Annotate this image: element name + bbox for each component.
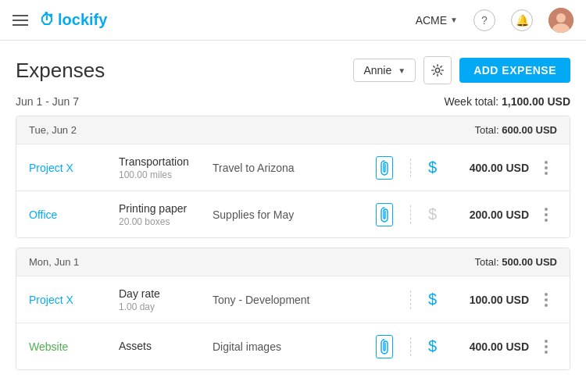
icons-cell: $ — [376, 290, 437, 309]
more-options-button[interactable] — [535, 340, 557, 354]
amount-cell: 400.00 USD — [443, 162, 529, 174]
attachment-icon[interactable] — [376, 335, 393, 358]
amount-cell: 100.00 USD — [443, 294, 529, 306]
week-total-value: 1,100.00 USD — [502, 95, 570, 108]
item-sub: 1.00 day — [119, 301, 213, 312]
more-options-button[interactable] — [535, 293, 557, 307]
hamburger-menu-icon[interactable] — [13, 15, 28, 26]
item-sub: 100.00 miles — [119, 169, 213, 180]
page-header: Expenses Annie ▼ ADD EXPENSE — [16, 56, 570, 84]
page-title: Expenses — [16, 59, 105, 83]
more-dots-icon — [545, 340, 548, 354]
group-total: Total: 600.00 USD — [474, 124, 557, 136]
billable-dollar-icon[interactable]: $ — [428, 159, 437, 176]
user-dropdown[interactable]: Annie ▼ — [353, 59, 416, 82]
settings-gear-button[interactable] — [423, 56, 452, 84]
non-billable-dollar-icon: $ — [428, 205, 437, 223]
user-dropdown-label: Annie — [363, 64, 391, 77]
project-link[interactable]: Office — [29, 208, 57, 221]
more-dots-icon — [545, 208, 548, 222]
project-link[interactable]: Project X — [29, 162, 73, 174]
icons-cell: $ — [376, 203, 437, 226]
table-row: Project X Day rate 1.00 day Tony - Devel… — [16, 276, 570, 323]
svg-point-1 — [556, 13, 566, 23]
item-name: Transportation — [119, 155, 213, 168]
project-link[interactable]: Website — [29, 340, 68, 353]
group-header: Tue, Jun 2 Total: 600.00 USD — [16, 116, 570, 144]
item-sub: 20.00 boxes — [119, 216, 213, 227]
description-cell: Supplies for May — [213, 208, 376, 221]
acme-selector[interactable]: ACME ▼ — [416, 14, 458, 27]
project-link[interactable]: Project X — [29, 294, 73, 306]
add-expense-button[interactable]: ADD EXPENSE — [459, 58, 570, 83]
table-row: Website Assets Digital images $ 400.00 U… — [16, 323, 570, 369]
more-options-button[interactable] — [535, 161, 557, 175]
help-icon[interactable]: ? — [473, 9, 495, 31]
group-date: Mon, Jun 1 — [29, 256, 79, 268]
project-cell: Project X — [29, 294, 119, 306]
logo-text: lockify — [58, 11, 107, 29]
description-cell: Digital images — [213, 340, 376, 353]
date-range: Jun 1 - Jun 7 — [16, 95, 79, 108]
project-cell: Office — [29, 208, 119, 221]
date-range-row: Jun 1 - Jun 7 Week total: 1,100.00 USD — [16, 95, 570, 108]
divider — [410, 159, 411, 177]
navbar-left: ⏱ lockify — [13, 11, 107, 29]
item-cell: Transportation 100.00 miles — [119, 155, 213, 180]
divider — [410, 290, 411, 309]
project-cell: Website — [29, 340, 119, 353]
icons-cell: $ — [376, 156, 437, 180]
group-total: Total: 500.00 USD — [474, 256, 557, 268]
attachment-icon[interactable] — [376, 156, 393, 180]
chevron-down-icon: ▼ — [450, 16, 458, 24]
icons-cell: $ — [376, 335, 437, 358]
page-header-right: Annie ▼ ADD EXPENSE — [353, 56, 570, 84]
item-cell: Assets — [119, 340, 213, 354]
more-dots-icon — [545, 161, 548, 175]
billable-dollar-icon[interactable]: $ — [428, 290, 437, 308]
logo: ⏱ lockify — [39, 11, 107, 29]
svg-point-3 — [435, 68, 439, 72]
notification-bell-icon[interactable]: 🔔 — [511, 9, 533, 31]
billable-dollar-icon[interactable]: $ — [428, 337, 437, 355]
amount-cell: 200.00 USD — [443, 208, 529, 221]
item-name: Printing paper — [119, 202, 213, 215]
table-row: Project X Transportation 100.00 miles Tr… — [16, 144, 570, 191]
amount-cell: 400.00 USD — [443, 340, 529, 353]
expenses-page: Expenses Annie ▼ ADD EXPENSE Jun 1 - Jun… — [0, 41, 586, 370]
navbar: ⏱ lockify ACME ▼ ? 🔔 — [0, 0, 586, 41]
attachment-icon[interactable] — [376, 203, 393, 226]
group-date: Tue, Jun 2 — [29, 124, 77, 136]
expense-group-tue-jun2: Tue, Jun 2 Total: 600.00 USD Project X T… — [16, 116, 570, 238]
divider — [410, 337, 411, 356]
divider — [410, 205, 411, 224]
navbar-right: ACME ▼ ? 🔔 — [416, 8, 573, 33]
acme-label: ACME — [416, 14, 447, 27]
more-options-button[interactable] — [535, 208, 557, 222]
group-header: Mon, Jun 1 Total: 500.00 USD — [16, 248, 570, 276]
item-name: Assets — [119, 340, 213, 352]
item-name: Day rate — [119, 287, 213, 300]
project-cell: Project X — [29, 162, 119, 174]
week-total: Week total: 1,100.00 USD — [444, 95, 570, 108]
expense-groups: Tue, Jun 2 Total: 600.00 USD Project X T… — [16, 116, 570, 370]
description-cell: Tony - Development — [213, 294, 376, 306]
more-dots-icon — [545, 293, 548, 307]
avatar[interactable] — [548, 8, 573, 33]
item-cell: Day rate 1.00 day — [119, 287, 213, 312]
description-cell: Travel to Arizona — [213, 162, 376, 174]
logo-clock-icon: ⏱ — [39, 11, 55, 29]
chevron-down-icon: ▼ — [398, 66, 406, 75]
table-row: Office Printing paper 20.00 boxes Suppli… — [16, 191, 570, 237]
item-cell: Printing paper 20.00 boxes — [119, 202, 213, 227]
expense-group-mon-jun1: Mon, Jun 1 Total: 500.00 USD Project X D… — [16, 248, 570, 370]
